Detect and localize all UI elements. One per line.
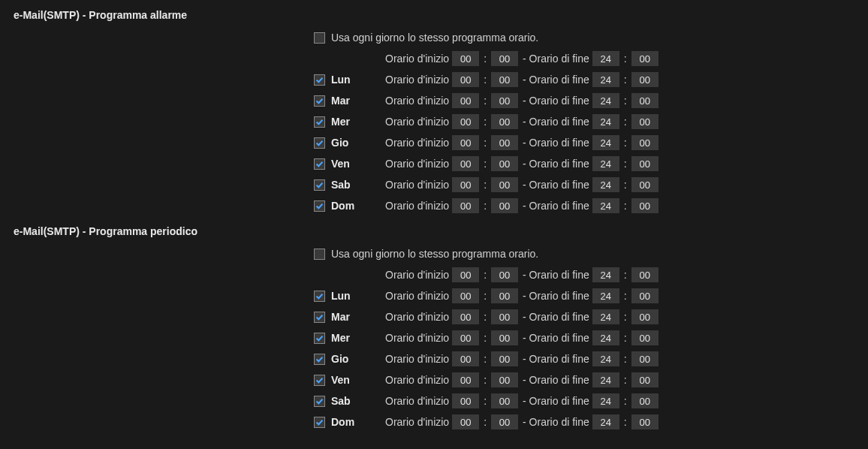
start-hour-input[interactable] [452,72,479,87]
end-min-input[interactable] [631,393,659,408]
end-hour-input[interactable] [592,72,619,87]
start-min-input[interactable] [491,330,518,345]
end-min-input[interactable] [631,309,659,324]
day-checkbox[interactable] [314,74,325,86]
start-hour-input[interactable] [452,51,479,66]
end-hour-input[interactable] [592,114,619,129]
day-label: Sab [331,395,385,407]
day-checkbox[interactable] [314,137,325,149]
day-checkbox[interactable] [314,417,325,428]
end-time-label: - Orario di fine [523,74,589,86]
start-min-input[interactable] [491,93,518,108]
day-checkbox[interactable] [314,291,325,302]
start-hour-input[interactable] [452,414,479,429]
end-hour-input[interactable] [592,414,619,429]
end-min-input[interactable] [631,72,659,87]
end-hour-input[interactable] [592,198,619,213]
end-hour-input[interactable] [592,288,619,303]
end-min-input[interactable] [631,414,659,429]
day-checkbox[interactable] [314,333,325,344]
start-min-input[interactable] [491,309,518,324]
end-min-input[interactable] [631,51,659,66]
end-hour-input[interactable] [592,93,619,108]
end-min-input[interactable] [631,372,659,387]
day-label: Lun [331,290,385,302]
same-each-day-row: Usa ogni giorno lo stesso programma orar… [314,27,868,48]
time-colon: : [619,158,631,170]
start-hour-input[interactable] [452,330,479,345]
time-colon: : [619,137,631,149]
start-time-label: Orario d'inizio [385,95,449,107]
start-min-input[interactable] [491,135,518,150]
end-min-input[interactable] [631,93,659,108]
end-hour-input[interactable] [592,351,619,366]
time-colon: : [619,200,631,212]
end-min-input[interactable] [631,198,659,213]
end-time-label: - Orario di fine [523,269,589,281]
end-min-input[interactable] [631,288,659,303]
day-label: Mar [331,311,385,323]
start-min-input[interactable] [491,198,518,213]
start-time-label: Orario d'inizio [385,74,449,86]
start-hour-input[interactable] [452,288,479,303]
start-hour-input[interactable] [452,93,479,108]
start-hour-input[interactable] [452,309,479,324]
end-hour-input[interactable] [592,372,619,387]
day-checkbox[interactable] [314,116,325,128]
day-checkbox[interactable] [314,354,325,365]
end-min-input[interactable] [631,267,659,282]
start-min-input[interactable] [491,414,518,429]
default-time-row: Orario d'inizio:- Orario di fine: [314,48,868,69]
end-min-input[interactable] [631,177,659,192]
end-hour-input[interactable] [592,177,619,192]
end-min-input[interactable] [631,156,659,171]
end-min-input[interactable] [631,330,659,345]
end-hour-input[interactable] [592,135,619,150]
start-hour-input[interactable] [452,393,479,408]
start-hour-input[interactable] [452,198,479,213]
end-hour-input[interactable] [592,156,619,171]
start-hour-input[interactable] [452,177,479,192]
start-min-input[interactable] [491,288,518,303]
same-each-day-checkbox[interactable] [314,32,325,44]
start-min-input[interactable] [491,393,518,408]
day-label: Dom [331,416,385,428]
end-hour-input[interactable] [592,51,619,66]
same-each-day-checkbox[interactable] [314,249,325,260]
day-checkbox[interactable] [314,375,325,386]
start-hour-input[interactable] [452,156,479,171]
day-checkbox[interactable] [314,158,325,170]
day-label: Gio [331,353,385,365]
start-hour-input[interactable] [452,372,479,387]
start-min-input[interactable] [491,114,518,129]
end-time-label: - Orario di fine [523,116,589,128]
end-hour-input[interactable] [592,330,619,345]
day-checkbox[interactable] [314,200,325,212]
start-min-input[interactable] [491,177,518,192]
start-min-input[interactable] [491,51,518,66]
end-time-label: - Orario di fine [523,95,589,107]
start-time-label: Orario d'inizio [385,53,449,65]
end-min-input[interactable] [631,351,659,366]
start-hour-input[interactable] [452,351,479,366]
time-colon: : [479,137,491,149]
end-min-input[interactable] [631,135,659,150]
end-min-input[interactable] [631,114,659,129]
day-checkbox[interactable] [314,179,325,191]
time-colon: : [479,374,491,386]
day-checkbox[interactable] [314,95,325,107]
start-min-input[interactable] [491,72,518,87]
end-hour-input[interactable] [592,393,619,408]
start-min-input[interactable] [491,267,518,282]
start-hour-input[interactable] [452,114,479,129]
end-time-label: - Orario di fine [523,416,589,428]
day-checkbox[interactable] [314,396,325,407]
start-hour-input[interactable] [452,135,479,150]
end-hour-input[interactable] [592,267,619,282]
start-min-input[interactable] [491,351,518,366]
start-min-input[interactable] [491,372,518,387]
end-hour-input[interactable] [592,309,619,324]
day-checkbox[interactable] [314,312,325,323]
start-hour-input[interactable] [452,267,479,282]
start-min-input[interactable] [491,156,518,171]
